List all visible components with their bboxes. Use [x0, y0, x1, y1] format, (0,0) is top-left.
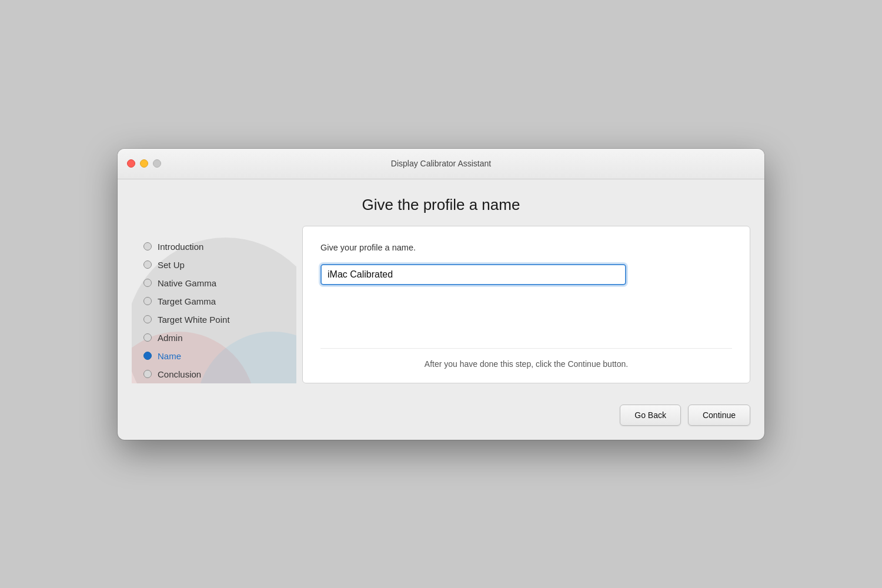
sidebar-item-introduction[interactable]: Introduction: [132, 238, 296, 256]
page-title: Give the profile a name: [118, 179, 764, 226]
sidebar-item-conclusion[interactable]: Conclusion: [132, 365, 296, 383]
sidebar-item-target-gamma[interactable]: Target Gamma: [132, 292, 296, 310]
nav-label-native-gamma: Native Gamma: [158, 278, 216, 288]
nav-dot-setup: [143, 260, 152, 269]
titlebar: Display Calibrator Assistant: [118, 149, 764, 179]
main-area: IntroductionSet UpNative GammaTarget Gam…: [118, 226, 764, 395]
traffic-lights: [127, 159, 161, 168]
nav-label-admin: Admin: [158, 333, 183, 343]
continue-button[interactable]: Continue: [688, 405, 750, 426]
bottom-bar: Go Back Continue: [118, 395, 764, 440]
nav-dot-admin: [143, 333, 152, 342]
go-back-button[interactable]: Go Back: [620, 405, 681, 426]
app-window: Display Calibrator Assistant Give the pr…: [118, 149, 764, 440]
nav-dot-conclusion: [143, 370, 152, 378]
content-panel: Give your profile a name. After you have…: [302, 226, 750, 383]
nav-label-conclusion: Conclusion: [158, 369, 201, 379]
sidebar-item-name[interactable]: Name: [132, 347, 296, 365]
profile-name-input[interactable]: [320, 264, 626, 285]
panel-spacer: [320, 285, 732, 348]
nav-label-name: Name: [158, 351, 181, 361]
sidebar-item-setup[interactable]: Set Up: [132, 256, 296, 274]
nav-dot-introduction: [143, 242, 152, 250]
nav-label-introduction: Introduction: [158, 242, 203, 252]
nav-label-setup: Set Up: [158, 260, 185, 270]
close-button[interactable]: [127, 159, 135, 168]
sidebar-item-native-gamma[interactable]: Native Gamma: [132, 274, 296, 292]
window-title: Display Calibrator Assistant: [391, 159, 491, 168]
sidebar: IntroductionSet UpNative GammaTarget Gam…: [132, 226, 296, 383]
nav-label-target-white-point: Target White Point: [158, 315, 230, 325]
panel-footer: After you have done this step, click the…: [320, 348, 732, 369]
nav-dot-name: [143, 352, 152, 360]
nav-dot-target-white-point: [143, 315, 152, 323]
nav-label-target-gamma: Target Gamma: [158, 296, 216, 306]
zoom-button[interactable]: [153, 159, 161, 168]
sidebar-item-target-white-point[interactable]: Target White Point: [132, 310, 296, 329]
sidebar-navigation: IntroductionSet UpNative GammaTarget Gam…: [132, 232, 296, 383]
panel-subtitle: Give your profile a name.: [320, 243, 732, 252]
nav-dot-native-gamma: [143, 279, 152, 287]
sidebar-item-admin[interactable]: Admin: [132, 329, 296, 347]
nav-dot-target-gamma: [143, 297, 152, 305]
minimize-button[interactable]: [140, 159, 148, 168]
